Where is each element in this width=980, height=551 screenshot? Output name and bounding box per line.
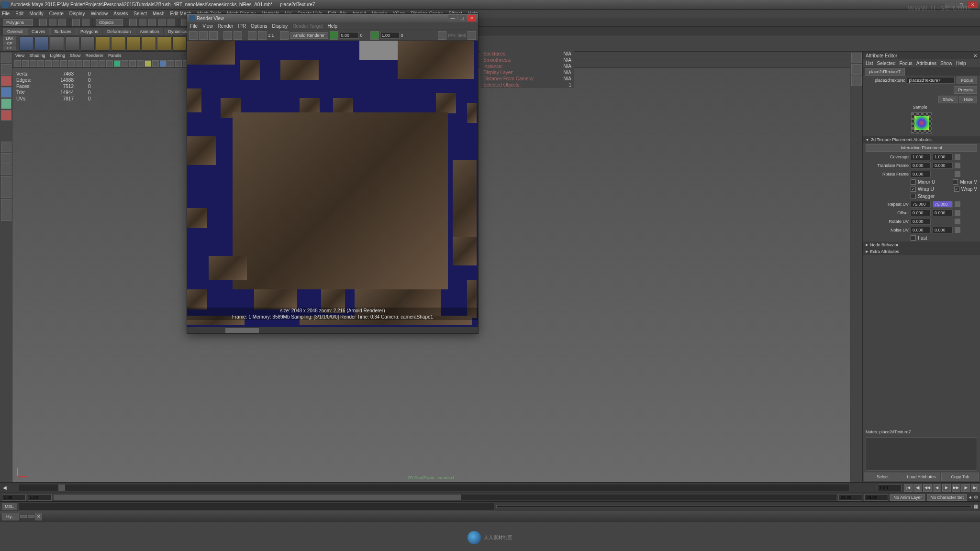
rv-maximize-button[interactable]: □ <box>458 15 467 22</box>
paint-select-tool-icon[interactable] <box>1 76 11 86</box>
layout-two-icon[interactable] <box>1 165 11 175</box>
fast-checkbox[interactable] <box>911 235 916 241</box>
anim-layer-dropdown[interactable]: No Anim Layer <box>890 494 925 501</box>
rv-exposure-input[interactable] <box>340 32 359 39</box>
snap-point-icon[interactable] <box>148 19 156 26</box>
menu-mesh[interactable]: Mesh <box>153 11 164 16</box>
map-icon[interactable] <box>955 154 960 160</box>
mirror-v-checkbox[interactable] <box>953 179 958 185</box>
taskbar-item[interactable]: Hy... <box>2 513 19 520</box>
timeline-handle-icon[interactable]: ◀ <box>0 485 10 490</box>
rv-menu-help[interactable]: Help <box>328 23 338 29</box>
rv-menu-file[interactable]: File <box>190 23 198 29</box>
vp-use-lights-icon[interactable] <box>129 60 136 67</box>
rotate-frame-input[interactable] <box>911 171 931 177</box>
shelf-tab-general[interactable]: General <box>3 28 27 35</box>
shelf-button[interactable] <box>80 36 95 51</box>
rv-exposure-toggle-icon[interactable] <box>330 31 338 40</box>
rv-close-ipr-icon[interactable] <box>468 31 476 40</box>
ae-menu-show[interactable]: Show <box>940 61 952 66</box>
new-scene-icon[interactable] <box>39 19 47 26</box>
rv-ipr-icon[interactable] <box>223 31 232 40</box>
noise-v-input[interactable] <box>933 227 953 233</box>
move-tool-icon[interactable] <box>1 87 11 98</box>
vp-field-chart-icon[interactable] <box>83 60 90 67</box>
shelf-button[interactable] <box>111 36 125 51</box>
toggle-attr-icon[interactable] <box>851 53 862 63</box>
coverage-v-input[interactable] <box>933 154 953 160</box>
rv-redo-render-icon[interactable] <box>189 31 198 40</box>
open-scene-icon[interactable] <box>49 19 56 26</box>
rv-menu-target[interactable]: Render Target <box>292 23 323 29</box>
ae-section-extra[interactable]: Extra Attributes <box>863 248 980 255</box>
layout-persp-icon[interactable] <box>1 176 11 187</box>
repeat-u-input[interactable] <box>911 201 931 208</box>
cmd-lang-label[interactable]: MEL <box>2 503 17 510</box>
shelf-tab-curves[interactable]: Curves <box>27 28 50 35</box>
vp-grid-icon[interactable] <box>53 60 59 67</box>
ae-show-button[interactable]: Show <box>938 96 958 103</box>
rv-renderer-dropdown[interactable]: Arnold Renderer <box>290 32 328 39</box>
snap-live-icon[interactable] <box>167 19 175 26</box>
ae-menu-attributes[interactable]: Attributes <box>916 61 936 66</box>
rv-gamma-input[interactable] <box>380 32 400 39</box>
vp-bookmark-icon[interactable] <box>30 60 36 67</box>
ae-notes-textarea[interactable] <box>866 437 977 471</box>
rv-refresh-icon[interactable] <box>234 31 242 40</box>
shelf-button[interactable] <box>34 36 49 51</box>
menu-assets[interactable]: Assets <box>113 11 128 16</box>
vp-gate-mask-icon[interactable] <box>76 60 82 67</box>
range-start-input[interactable] <box>2 494 26 501</box>
vp-image-plane-icon[interactable] <box>37 60 44 67</box>
shelf-side-ft[interactable]: FT <box>3 46 16 50</box>
vp-safe-action-icon[interactable] <box>91 60 98 67</box>
shelf-button[interactable] <box>126 36 141 51</box>
vp-menu-show[interactable]: Show <box>70 53 81 58</box>
ae-section-2dplacement[interactable]: 2d Texture Placement Attributes <box>863 136 980 143</box>
translate-frame-u-input[interactable] <box>911 162 931 169</box>
redo-icon[interactable] <box>82 19 89 26</box>
timeline-track[interactable] <box>19 485 849 491</box>
rv-pause-icon[interactable] <box>438 31 446 40</box>
vp-xray-joints-icon[interactable] <box>160 60 167 67</box>
ae-close-icon[interactable]: ✕ <box>973 53 977 58</box>
stagger-checkbox[interactable] <box>911 194 916 199</box>
go-end-icon[interactable]: ▶| <box>971 484 980 492</box>
rv-menu-options[interactable]: Options <box>251 23 267 29</box>
command-input[interactable] <box>19 503 494 510</box>
script-editor-icon[interactable]: ▦ <box>974 504 978 509</box>
shelf-tab-polygons[interactable]: Polygons <box>76 28 102 35</box>
ae-menu-selected[interactable]: Selected <box>877 61 896 66</box>
vp-film-gate-icon[interactable] <box>60 60 67 67</box>
ae-node-name-input[interactable] <box>907 77 955 84</box>
shelf-tab-surfaces[interactable]: Surfaces <box>50 28 76 35</box>
rv-gamma-toggle-icon[interactable] <box>370 31 379 40</box>
rotate-tool-icon[interactable] <box>1 99 11 109</box>
character-set-dropdown[interactable]: No Character Set <box>927 494 967 501</box>
auto-key-icon[interactable]: ● <box>969 495 972 500</box>
shelf-button[interactable] <box>50 36 64 51</box>
ae-sample-swatch[interactable] <box>911 112 932 133</box>
ae-menu-help[interactable]: Help <box>956 61 966 66</box>
snap-plane-icon[interactable] <box>158 19 166 26</box>
undo-icon[interactable] <box>72 19 80 26</box>
rv-minimize-button[interactable]: — <box>448 15 457 22</box>
play-fwd-icon[interactable]: ▶ <box>942 484 951 492</box>
shelf-button[interactable] <box>172 36 187 51</box>
shelf-button[interactable] <box>157 36 171 51</box>
maximize-button[interactable]: □ <box>956 1 967 8</box>
rv-render-region-icon[interactable] <box>199 31 208 40</box>
snap-grid-icon[interactable] <box>129 19 137 26</box>
map-icon[interactable] <box>955 210 960 216</box>
mirror-u-checkbox[interactable] <box>911 179 916 185</box>
map-icon[interactable] <box>955 227 960 233</box>
go-start-icon[interactable]: |◀ <box>904 484 913 492</box>
map-icon[interactable] <box>955 163 960 168</box>
rv-menu-render[interactable]: Render <box>218 23 234 29</box>
rv-rgb-icon[interactable] <box>258 31 267 40</box>
layout-hyper-icon[interactable] <box>1 210 11 221</box>
wrap-u-checkbox[interactable] <box>911 187 916 192</box>
ae-copy-tab-button[interactable]: Copy Tab <box>941 473 979 481</box>
menu-create[interactable]: Create <box>49 11 64 16</box>
step-fwd-icon[interactable]: |▶ <box>961 484 970 492</box>
